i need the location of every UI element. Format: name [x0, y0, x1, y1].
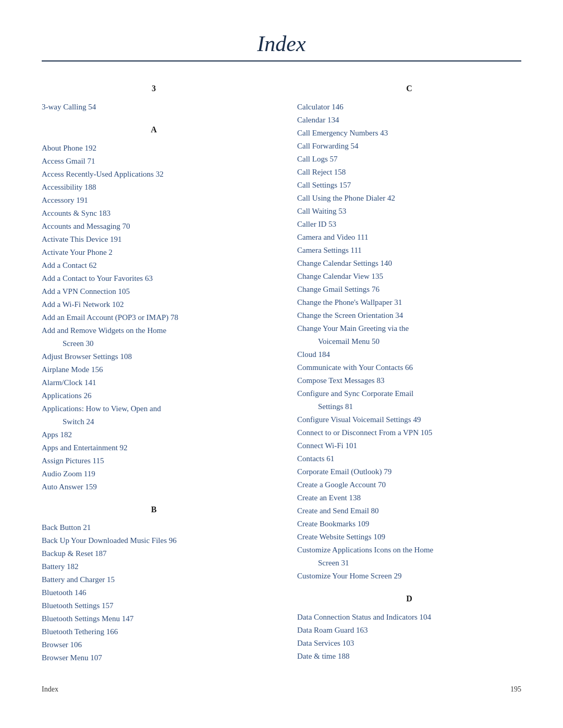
- index-entry: Access Recently-Used Applications 32: [42, 168, 266, 180]
- index-entry: Bluetooth Settings Menu 147: [42, 612, 266, 625]
- index-entry: Camera Settings 111: [297, 244, 521, 256]
- index-entry: Add a Contact to Your Favorites 63: [42, 272, 266, 285]
- index-entry: Cloud 184: [297, 348, 521, 361]
- index-entry: Create an Event 138: [297, 491, 521, 504]
- footer-page-number: 195: [510, 685, 521, 694]
- page-footer: Index 195: [42, 685, 521, 694]
- index-entry: Data Services 103: [297, 637, 521, 649]
- footer-label: Index: [42, 685, 58, 694]
- index-entry: Alarm/Clock 141: [42, 376, 266, 389]
- index-entry: Screen 30: [42, 337, 266, 350]
- index-entry: Adjust Browser Settings 108: [42, 350, 266, 363]
- index-entry: Applications 26: [42, 389, 266, 402]
- index-entry: Apps and Entertainment 92: [42, 441, 266, 454]
- index-entry: Change the Screen Orientation 34: [297, 309, 521, 322]
- index-entry: Connect Wi-Fi 101: [297, 439, 521, 452]
- index-entry: Audio Zoom 119: [42, 467, 266, 480]
- index-entry: Assign Pictures 115: [42, 454, 266, 467]
- index-entry: Contacts 61: [297, 452, 521, 465]
- right-column: CCalculator 146Calendar 134Call Emergenc…: [297, 82, 521, 664]
- index-entry: Settings 81: [297, 400, 521, 413]
- index-entry: Call Emergency Numbers 43: [297, 127, 521, 139]
- section-letter-a: A: [42, 124, 266, 137]
- index-entry: Data Connection Status and Indicators 10…: [297, 611, 521, 623]
- index-entry: Calendar 134: [297, 114, 521, 126]
- index-entry: Back Up Your Downloaded Music Files 96: [42, 534, 266, 547]
- left-column: 33-way Calling 54AAbout Phone 192Access …: [42, 82, 266, 664]
- index-entry: Date & time 188: [297, 650, 521, 662]
- index-entry: Configure and Sync Corporate Email: [297, 387, 521, 400]
- index-entry: Call Settings 157: [297, 179, 521, 191]
- index-entry: Change Gmail Settings 76: [297, 283, 521, 295]
- index-entry: Back Button 21: [42, 521, 266, 534]
- index-entry: Accounts & Sync 183: [42, 207, 266, 219]
- index-entry: Customize Your Home Screen 29: [297, 570, 521, 582]
- index-entry: Change Calendar View 135: [297, 270, 521, 282]
- index-entry: Bluetooth Settings 157: [42, 599, 266, 612]
- index-entry: Call Waiting 53: [297, 205, 521, 217]
- index-entry: Camera and Video 111: [297, 231, 521, 243]
- index-entry: Communicate with Your Contacts 66: [297, 361, 521, 374]
- index-entry: Activate This Device 191: [42, 233, 266, 245]
- title-divider: [42, 60, 521, 61]
- index-entry: Customize Applications Icons on the Home: [297, 544, 521, 556]
- index-entry: Create a Google Account 70: [297, 478, 521, 491]
- index-entry: Create Website Settings 109: [297, 530, 521, 543]
- index-entry: Calculator 146: [297, 101, 521, 113]
- index-entry: Accounts and Messaging 70: [42, 220, 266, 232]
- index-entry: Change Calendar Settings 140: [297, 257, 521, 269]
- index-entry: Auto Answer 159: [42, 480, 266, 493]
- index-entry: Screen 31: [297, 557, 521, 569]
- index-entry: Browser Menu 107: [42, 651, 266, 664]
- page-title: Index: [42, 31, 521, 56]
- index-entry: Corporate Email (Outlook) 79: [297, 465, 521, 478]
- index-entry: Apps 182: [42, 428, 266, 441]
- index-entry: Voicemail Menu 50: [297, 335, 521, 348]
- index-entry: Change Your Main Greeting via the: [297, 322, 521, 335]
- index-entry: Bluetooth 146: [42, 586, 266, 599]
- index-entry: Bluetooth Tethering 166: [42, 625, 266, 638]
- index-entry: Battery and Charger 15: [42, 573, 266, 586]
- index-entry: Create Bookmarks 109: [297, 517, 521, 530]
- index-entry: Applications: How to View, Open and: [42, 402, 266, 415]
- index-entry: Access Gmail 71: [42, 155, 266, 167]
- index-entry: Add a Wi-Fi Network 102: [42, 298, 266, 311]
- index-entry: Add a Contact 62: [42, 259, 266, 272]
- index-entry: Add an Email Account (POP3 or IMAP) 78: [42, 311, 266, 324]
- index-entry: Call Forwarding 54: [297, 140, 521, 152]
- index-columns: 33-way Calling 54AAbout Phone 192Access …: [42, 82, 521, 664]
- index-entry: 3-way Calling 54: [42, 101, 266, 113]
- index-entry: Browser 106: [42, 638, 266, 651]
- index-entry: Configure Visual Voicemail Settings 49: [297, 413, 521, 426]
- index-entry: Call Logs 57: [297, 153, 521, 165]
- index-entry: Add a VPN Connection 105: [42, 285, 266, 298]
- index-entry: Caller ID 53: [297, 218, 521, 230]
- section-letter-c: C: [297, 82, 521, 95]
- index-entry: Change the Phone's Wallpaper 31: [297, 296, 521, 309]
- index-entry: About Phone 192: [42, 142, 266, 154]
- index-entry: Call Using the Phone Dialer 42: [297, 192, 521, 204]
- section-letter-3: 3: [42, 82, 266, 95]
- index-entry: Add and Remove Widgets on the Home: [42, 324, 266, 337]
- index-entry: Data Roam Guard 163: [297, 624, 521, 636]
- index-entry: Create and Send Email 80: [297, 504, 521, 517]
- index-entry: Backup & Reset 187: [42, 547, 266, 560]
- index-entry: Activate Your Phone 2: [42, 246, 266, 258]
- index-entry: Compose Text Messages 83: [297, 374, 521, 387]
- section-letter-b: B: [42, 503, 266, 516]
- section-letter-d: D: [297, 593, 521, 606]
- index-entry: Connect to or Disconnect From a VPN 105: [297, 426, 521, 439]
- index-entry: Switch 24: [42, 415, 266, 428]
- index-entry: Accessibility 188: [42, 181, 266, 193]
- index-entry: Airplane Mode 156: [42, 363, 266, 376]
- index-entry: Accessory 191: [42, 194, 266, 206]
- index-entry: Battery 182: [42, 560, 266, 573]
- index-entry: Call Reject 158: [297, 166, 521, 178]
